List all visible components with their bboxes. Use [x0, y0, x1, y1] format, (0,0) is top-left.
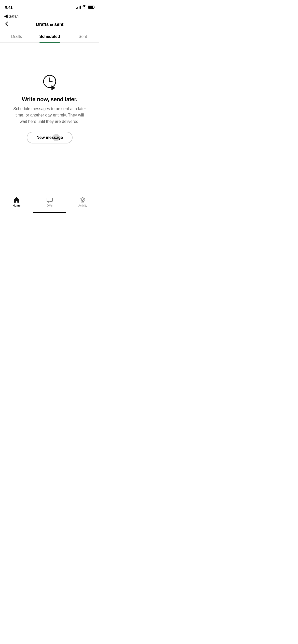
- svg-line-8: [85, 198, 85, 199]
- tab-bar: Drafts Scheduled Sent: [0, 31, 99, 43]
- tab-drafts[interactable]: Drafts: [0, 31, 33, 42]
- battery-icon: [88, 6, 94, 9]
- nav-label-activity: Activity: [78, 204, 87, 207]
- new-message-button-wrapper: New message: [27, 132, 73, 143]
- tab-sent[interactable]: Sent: [66, 31, 99, 42]
- tab-active-indicator: [39, 42, 60, 43]
- scheduled-icon: [41, 73, 59, 91]
- status-bar: 9:41: [0, 0, 99, 12]
- page-title: Drafts & sent: [36, 22, 63, 27]
- page-header: Drafts & sent: [0, 21, 99, 31]
- empty-state-title: Write now, send later.: [22, 96, 77, 103]
- nav-item-activity[interactable]: Activity: [66, 195, 99, 209]
- status-icons: [76, 5, 94, 9]
- empty-state: Write now, send later. Schedule messages…: [0, 63, 99, 154]
- safari-back[interactable]: ◀ Safari: [0, 12, 99, 21]
- nav-label-home: Home: [13, 204, 21, 207]
- safari-back-arrow: ◀: [4, 13, 8, 19]
- wifi-icon: [82, 5, 86, 9]
- signal-icon: [76, 6, 81, 9]
- status-time: 9:41: [5, 5, 12, 9]
- nav-item-dms[interactable]: DMs: [33, 195, 66, 209]
- home-indicator: [33, 212, 66, 213]
- nav-item-home[interactable]: Home: [0, 195, 33, 209]
- new-message-button[interactable]: New message: [27, 132, 73, 143]
- home-icon: [13, 197, 20, 203]
- dms-icon: [46, 197, 53, 203]
- bottom-nav: Home DMs Activity: [0, 193, 99, 215]
- nav-label-dms: DMs: [47, 204, 53, 207]
- activity-icon: [79, 197, 86, 203]
- empty-state-description: Schedule messages to be sent at a later …: [11, 106, 88, 125]
- back-button[interactable]: [4, 20, 9, 29]
- svg-line-7: [81, 198, 81, 199]
- tab-scheduled[interactable]: Scheduled: [33, 31, 66, 42]
- safari-back-text: Safari: [9, 14, 19, 18]
